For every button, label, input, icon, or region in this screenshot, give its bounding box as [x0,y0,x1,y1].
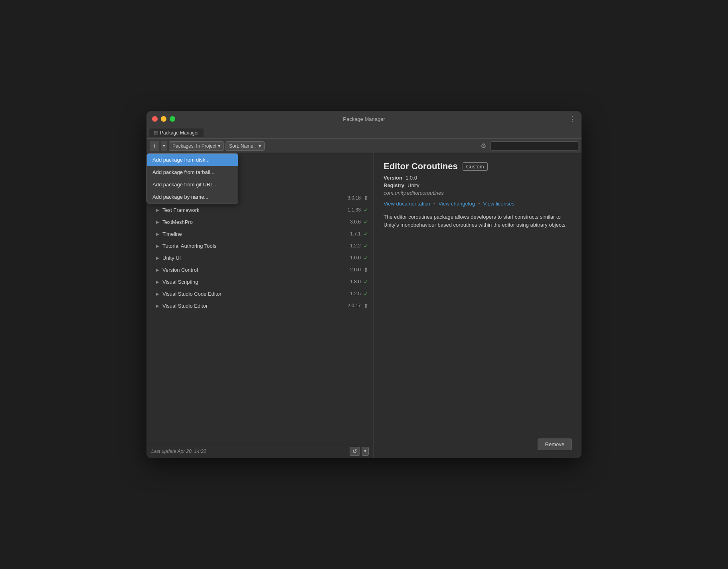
row-expand-icon: ▶ [156,208,159,212]
package-version: 1.0.0 [350,255,361,261]
package-id: com.unity.editorcoroutines [384,190,572,196]
remove-btn-container: Remove [384,319,572,450]
package-name: TextMeshPro [162,219,350,225]
package-version: 1.7.1 [350,231,361,237]
more-options-icon[interactable]: ⋮ [569,115,576,123]
toolbar: + ▾ Packages: In Project ▾ Sort: Name ↓ … [146,139,582,153]
tab-label: Package Manager [160,130,199,136]
sort-chevron-icon: ▾ [259,143,261,149]
row-expand-icon: ▶ [156,304,159,308]
window-title: Package Manager [343,116,385,122]
package-name: Test Framework [162,207,348,213]
package-name: Visual Studio Code Editor [162,291,350,297]
package-manager-tab[interactable]: ▤ Package Manager [149,128,204,137]
sort-label: Sort: Name ↓ [229,143,257,149]
row-expand-icon: ▶ [156,220,159,224]
package-manager-window: Package Manager ⋮ ▤ Package Manager + ▾ … [146,111,582,458]
close-button[interactable] [152,116,158,122]
menu-item-disk[interactable]: Add package from disk... [147,154,238,166]
package-links: View documentation • View changelog • Vi… [384,201,572,207]
status-bar: Last update Apr 20, 14:22 ↺ ▾ [146,444,374,458]
package-title-row: Editor Coroutines Custom [384,161,572,172]
packages-filter-label: Packages: In Project [172,143,216,149]
list-item[interactable]: ▶ Version Control 2.0.0 ⬆ [146,264,374,276]
status-check-icon: ✓ [362,207,370,213]
row-expand-icon: ▶ [156,244,159,248]
add-package-dropdown[interactable]: ▾ [161,141,167,151]
tab-bar: ▤ Package Manager [146,127,582,139]
list-item[interactable]: ▶ Timeline 1.7.1 ✓ [146,228,374,240]
list-item[interactable]: ▶ TextMeshPro 3.0.6 ✓ [146,216,374,228]
separator-2: • [478,201,480,207]
status-check-icon: ✓ [362,290,370,297]
package-version: 1.8.0 [350,279,361,284]
list-item[interactable]: ▶ Visual Studio Code Editor 1.2.5 ✓ [146,288,374,300]
search-input[interactable] [491,141,578,151]
left-panel: Add package from disk... Add package fro… [146,153,374,458]
package-description: The editor coroutines package allows dev… [384,213,572,266]
registry-label: Registry [384,182,404,188]
package-name: Visual Studio Editor [162,303,348,309]
filter-chevron-icon: ▾ [218,143,220,149]
status-up-icon: ⬆ [362,267,370,273]
list-item[interactable]: ▶ Test Framework 1.1.33 ✓ [146,204,374,216]
refresh-controls: ↺ ▾ [350,447,369,456]
list-item[interactable]: ▶ Unity UI 1.0.0 ✓ [146,252,374,264]
refresh-dropdown-button[interactable]: ▾ [362,447,369,456]
sort-dropdown[interactable]: Sort: Name ↓ ▾ [226,141,265,151]
package-name: Version Control [162,267,350,273]
list-item[interactable]: ▶ Tutorial Authoring Tools 1.2.2 ✓ [146,240,374,252]
status-check-icon: ✓ [362,231,370,237]
status-up-icon: ⬆ [362,302,370,309]
settings-button[interactable]: ⚙ [479,141,488,151]
package-name: Unity UI [162,255,350,261]
view-licenses-link[interactable]: View licenses [483,201,515,207]
tab-icon: ▤ [154,130,158,135]
package-meta-version: Version 1.0.0 [384,175,572,181]
package-version: 2.0.0 [350,267,361,273]
menu-item-name[interactable]: Add package by name... [147,191,238,203]
package-detail-badge: Custom [463,162,488,171]
add-package-dropdown-menu: Add package from disk... Add package fro… [146,153,238,203]
package-version: 3.0.18 [348,195,361,201]
row-expand-icon: ▶ [156,280,159,284]
row-expand-icon: ▶ [156,256,159,260]
last-update-text: Last update Apr 20, 14:22 [151,448,206,454]
status-check-icon: ✓ [362,219,370,225]
maximize-button[interactable] [170,116,175,122]
packages-filter-dropdown[interactable]: Packages: In Project ▾ [169,141,224,151]
list-item[interactable]: ▶ Visual Studio Editor 2.0.17 ⬆ [146,300,374,312]
version-value: 1.0.0 [406,175,417,181]
separator-1: • [433,201,435,207]
package-detail-title: Editor Coroutines [384,161,458,172]
status-check-icon: ✓ [362,279,370,285]
detail-panel: Editor Coroutines Custom Version 1.0.0 R… [374,153,582,458]
menu-item-tarball[interactable]: Add package from tarball... [147,166,238,178]
title-bar: Package Manager ⋮ [146,111,582,127]
add-package-button[interactable]: + [150,141,159,151]
refresh-button[interactable]: ↺ [350,447,360,456]
version-label: Version [384,175,402,181]
status-check-icon: ✓ [362,255,370,261]
row-expand-icon: ▶ [156,292,159,296]
package-version: 2.0.17 [348,303,361,308]
package-name: Visual Scripting [162,279,350,285]
row-expand-icon: ▶ [156,268,159,272]
view-changelog-link[interactable]: View changelog [438,201,475,207]
main-content: Add package from disk... Add package fro… [146,153,582,458]
minimize-button[interactable] [161,116,166,122]
package-version: 1.1.33 [348,207,361,213]
package-name: Timeline [162,231,350,237]
menu-item-git[interactable]: Add package from git URL... [147,178,238,191]
remove-button[interactable]: Remove [538,439,572,450]
package-meta-registry: Registry Unity [384,182,572,188]
package-version: 1.2.5 [350,291,361,296]
package-version: 1.2.2 [350,243,361,249]
list-item[interactable]: ▶ Visual Scripting 1.8.0 ✓ [146,276,374,288]
status-up-icon: ⬆ [362,195,370,201]
window-controls [152,116,175,122]
package-version: 3.0.6 [350,219,361,225]
view-docs-link[interactable]: View documentation [384,201,430,207]
status-check-icon: ✓ [362,243,370,249]
package-name: Tutorial Authoring Tools [162,243,350,249]
